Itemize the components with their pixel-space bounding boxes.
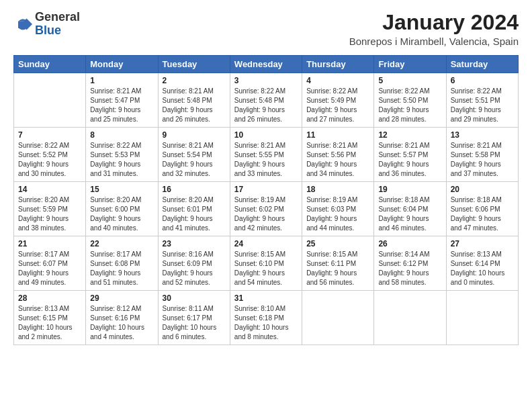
table-row: 1Sunrise: 8:21 AM Sunset: 5:47 PM Daylig… [86,73,158,128]
calendar-week-row: 21Sunrise: 8:17 AM Sunset: 6:07 PM Dayli… [14,236,519,291]
table-row: 10Sunrise: 8:21 AM Sunset: 5:55 PM Dayli… [230,128,302,182]
title-block: January 2024 Bonrepos i Mirambell, Valen… [349,11,519,47]
day-content: Sunrise: 8:21 AM Sunset: 5:55 PM Dayligh… [234,141,298,179]
table-row: 18Sunrise: 8:19 AM Sunset: 6:03 PM Dayli… [302,182,374,236]
day-number: 15 [90,185,153,194]
day-content: Sunrise: 8:13 AM Sunset: 6:14 PM Dayligh… [451,250,514,287]
day-content: Sunrise: 8:22 AM Sunset: 5:49 PM Dayligh… [306,87,369,124]
table-row: 8Sunrise: 8:22 AM Sunset: 5:53 PM Daylig… [86,128,158,182]
day-content: Sunrise: 8:18 AM Sunset: 6:06 PM Dayligh… [451,195,514,233]
day-number: 4 [306,76,369,85]
table-row: 5Sunrise: 8:22 AM Sunset: 5:50 PM Daylig… [374,73,446,128]
day-number: 25 [306,239,369,248]
calendar-week-row: 1Sunrise: 8:21 AM Sunset: 5:47 PM Daylig… [14,73,519,128]
day-content: Sunrise: 8:21 AM Sunset: 5:56 PM Dayligh… [306,141,369,179]
calendar-header-row: Sunday Monday Tuesday Wednesday Thursday… [14,56,519,73]
day-number: 26 [378,239,441,248]
logo: General Blue [13,11,80,38]
header-monday: Monday [86,56,158,73]
table-row: 11Sunrise: 8:21 AM Sunset: 5:56 PM Dayli… [302,128,374,182]
header-saturday: Saturday [446,56,518,73]
day-number: 1 [90,76,153,85]
month-title: January 2024 [349,11,519,34]
logo-icon [13,15,32,34]
day-content: Sunrise: 8:15 AM Sunset: 6:11 PM Dayligh… [306,250,369,287]
header-friday: Friday [374,56,446,73]
table-row: 13Sunrise: 8:21 AM Sunset: 5:58 PM Dayli… [446,128,518,182]
header-thursday: Thursday [302,56,374,73]
table-row: 7Sunrise: 8:22 AM Sunset: 5:52 PM Daylig… [14,128,86,182]
table-row: 27Sunrise: 8:13 AM Sunset: 6:14 PM Dayli… [446,236,518,291]
day-content: Sunrise: 8:21 AM Sunset: 5:47 PM Dayligh… [90,87,153,124]
day-number: 24 [234,239,298,248]
table-row [14,73,86,128]
day-content: Sunrise: 8:16 AM Sunset: 6:09 PM Dayligh… [163,250,226,287]
day-number: 3 [234,76,298,85]
day-number: 9 [163,130,226,140]
day-number: 7 [18,130,81,140]
day-content: Sunrise: 8:14 AM Sunset: 6:12 PM Dayligh… [378,250,441,287]
logo-text: General Blue [35,11,80,38]
table-row [302,291,374,345]
day-number: 2 [163,76,226,85]
day-number: 20 [451,185,514,194]
day-content: Sunrise: 8:12 AM Sunset: 6:16 PM Dayligh… [90,304,153,342]
header-tuesday: Tuesday [158,56,230,73]
calendar-table: Sunday Monday Tuesday Wednesday Thursday… [13,55,519,345]
day-number: 27 [451,239,514,248]
table-row: 4Sunrise: 8:22 AM Sunset: 5:49 PM Daylig… [302,73,374,128]
header: General Blue January 2024 Bonrepos i Mir… [13,11,519,47]
table-row: 12Sunrise: 8:21 AM Sunset: 5:57 PM Dayli… [374,128,446,182]
day-content: Sunrise: 8:21 AM Sunset: 5:54 PM Dayligh… [163,141,226,179]
day-content: Sunrise: 8:22 AM Sunset: 5:51 PM Dayligh… [451,87,514,124]
calendar-week-row: 28Sunrise: 8:13 AM Sunset: 6:15 PM Dayli… [14,291,519,345]
table-row: 6Sunrise: 8:22 AM Sunset: 5:51 PM Daylig… [446,73,518,128]
day-content: Sunrise: 8:17 AM Sunset: 6:07 PM Dayligh… [18,250,81,287]
day-number: 22 [90,239,153,248]
table-row: 30Sunrise: 8:11 AM Sunset: 6:17 PM Dayli… [158,291,230,345]
table-row: 14Sunrise: 8:20 AM Sunset: 5:59 PM Dayli… [14,182,86,236]
table-row: 25Sunrise: 8:15 AM Sunset: 6:11 PM Dayli… [302,236,374,291]
day-content: Sunrise: 8:11 AM Sunset: 6:17 PM Dayligh… [163,304,226,342]
day-content: Sunrise: 8:22 AM Sunset: 5:52 PM Dayligh… [18,141,81,179]
logo-general-text: General [35,11,80,24]
day-content: Sunrise: 8:18 AM Sunset: 6:04 PM Dayligh… [378,195,441,233]
day-content: Sunrise: 8:21 AM Sunset: 5:48 PM Dayligh… [163,87,226,124]
table-row: 9Sunrise: 8:21 AM Sunset: 5:54 PM Daylig… [158,128,230,182]
day-number: 31 [234,293,298,303]
day-content: Sunrise: 8:22 AM Sunset: 5:53 PM Dayligh… [90,141,153,179]
day-content: Sunrise: 8:21 AM Sunset: 5:57 PM Dayligh… [378,141,441,179]
day-content: Sunrise: 8:22 AM Sunset: 5:50 PM Dayligh… [378,87,441,124]
table-row: 26Sunrise: 8:14 AM Sunset: 6:12 PM Dayli… [374,236,446,291]
calendar-week-row: 7Sunrise: 8:22 AM Sunset: 5:52 PM Daylig… [14,128,519,182]
day-number: 29 [90,293,153,303]
calendar-week-row: 14Sunrise: 8:20 AM Sunset: 5:59 PM Dayli… [14,182,519,236]
header-sunday: Sunday [14,56,86,73]
day-number: 30 [163,293,226,303]
header-wednesday: Wednesday [230,56,302,73]
day-content: Sunrise: 8:19 AM Sunset: 6:02 PM Dayligh… [234,195,298,233]
day-number: 14 [18,185,81,194]
day-content: Sunrise: 8:20 AM Sunset: 6:00 PM Dayligh… [90,195,153,233]
day-number: 12 [378,130,441,140]
table-row: 23Sunrise: 8:16 AM Sunset: 6:09 PM Dayli… [158,236,230,291]
day-number: 28 [18,293,81,303]
table-row: 17Sunrise: 8:19 AM Sunset: 6:02 PM Dayli… [230,182,302,236]
day-content: Sunrise: 8:20 AM Sunset: 5:59 PM Dayligh… [18,195,81,233]
logo-blue-text: Blue [35,24,80,38]
day-content: Sunrise: 8:15 AM Sunset: 6:10 PM Dayligh… [234,250,298,287]
day-content: Sunrise: 8:17 AM Sunset: 6:08 PM Dayligh… [90,250,153,287]
day-number: 5 [378,76,441,85]
day-number: 10 [234,130,298,140]
day-content: Sunrise: 8:19 AM Sunset: 6:03 PM Dayligh… [306,195,369,233]
day-number: 17 [234,185,298,194]
table-row [446,291,518,345]
table-row: 31Sunrise: 8:10 AM Sunset: 6:18 PM Dayli… [230,291,302,345]
table-row: 28Sunrise: 8:13 AM Sunset: 6:15 PM Dayli… [14,291,86,345]
table-row: 2Sunrise: 8:21 AM Sunset: 5:48 PM Daylig… [158,73,230,128]
table-row: 16Sunrise: 8:20 AM Sunset: 6:01 PM Dayli… [158,182,230,236]
table-row: 3Sunrise: 8:22 AM Sunset: 5:48 PM Daylig… [230,73,302,128]
day-content: Sunrise: 8:21 AM Sunset: 5:58 PM Dayligh… [451,141,514,179]
table-row: 24Sunrise: 8:15 AM Sunset: 6:10 PM Dayli… [230,236,302,291]
table-row: 22Sunrise: 8:17 AM Sunset: 6:08 PM Dayli… [86,236,158,291]
